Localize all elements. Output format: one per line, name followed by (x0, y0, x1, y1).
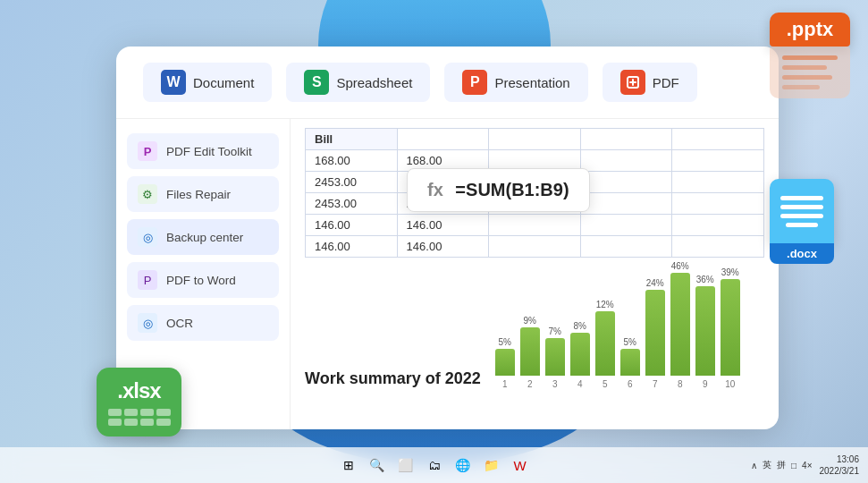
pptx-line-1 (782, 55, 838, 60)
bar-col-10: 39% (721, 267, 740, 376)
bar-9 (695, 286, 715, 376)
sidebar-pdf-toolkit-label: PDF Edit Toolkit (166, 145, 252, 158)
sidebar-item-ocr[interactable]: ◎ OCR (127, 305, 279, 341)
xlsx-badge-wrap: .xlsx (97, 368, 181, 436)
pptx-line-4 (782, 85, 820, 89)
sys-lang2: 拼 (777, 459, 786, 471)
pdf-button[interactable]: PDF (603, 63, 697, 102)
bar-col-3: 7% (545, 326, 565, 376)
bar-pct-8: 46% (671, 261, 689, 271)
xlsx-card: .xlsx (97, 368, 181, 436)
doc-icon: W (161, 70, 186, 95)
sheet-cell: 146.00 (397, 236, 489, 258)
taskbar-folder-icon[interactable]: 📁 (482, 455, 501, 475)
bar-chart: 5%9%7%8%12%5%24%46%36%39% 12345678910 (495, 268, 764, 389)
sidebar-item-pdf-to-word[interactable]: P PDF to Word (127, 262, 279, 298)
taskbar-file-icon[interactable]: 🗂 (425, 455, 444, 475)
bar-1 (495, 349, 515, 376)
x-label-8: 8 (670, 379, 690, 389)
taskbar-right: ∧ 英 拼 □ 4× 13:06 2022/3/21 (751, 453, 859, 477)
sheet-cell (672, 150, 764, 172)
bar-col-4: 8% (570, 321, 590, 376)
bar-col-5: 12% (595, 300, 615, 376)
pptx-badge-wrap: .pptx (770, 13, 850, 98)
sheet-cell: 2453.00 (306, 193, 398, 215)
taskbar-start-icon[interactable]: ⊞ (339, 455, 358, 475)
sidebar-item-pdf-toolkit[interactable]: P PDF Edit Toolkit (127, 133, 279, 169)
sys-display: □ (791, 461, 796, 470)
bar-pct-10: 39% (721, 267, 739, 277)
pdf-icon (620, 70, 645, 95)
xlsx-cell (108, 419, 122, 426)
bar-pct-3: 7% (549, 326, 561, 336)
bars-row: 5%9%7%8%12%5%24%46%36%39% (495, 268, 764, 376)
sheet-icon: S (304, 70, 329, 95)
sheet-cell (580, 193, 672, 215)
bar-col-9: 36% (695, 275, 715, 376)
bar-col-1: 5% (495, 337, 515, 376)
bar-10 (721, 279, 740, 376)
date-display: 2022/3/21 (820, 465, 860, 477)
files-repair-icon: ⚙ (138, 184, 157, 204)
sheet-cell: 146.00 (397, 215, 489, 236)
sheet-cell (489, 129, 581, 150)
sidebar-item-files-repair[interactable]: ⚙ Files Repair (127, 176, 279, 212)
xlsx-cell (156, 419, 170, 426)
sheet-button[interactable]: S Spreadsheet (286, 63, 430, 102)
xlsx-label: .xlsx (117, 378, 160, 403)
ppt-button[interactable]: P Presentation (444, 63, 587, 102)
backup-center-icon: ◎ (138, 227, 157, 247)
ocr-icon: ◎ (138, 313, 157, 333)
xlsx-grid (108, 409, 171, 426)
sheet-label: Spreadsheet (336, 75, 412, 90)
sheet-cell (489, 215, 581, 236)
bar-pct-5: 12% (596, 300, 614, 309)
sidebar-item-backup-center[interactable]: ◎ Backup center (127, 219, 279, 255)
sheet-cell (397, 129, 489, 150)
bar-2 (520, 327, 540, 376)
taskbar-search-icon[interactable]: 🔍 (367, 455, 387, 475)
taskbar-taskview-icon[interactable]: ⬜ (396, 455, 416, 475)
docx-line-4 (786, 223, 818, 227)
ppt-label: Presentation (494, 75, 569, 90)
sys-lang1: 英 (763, 459, 771, 471)
sidebar-files-repair-label: Files Repair (166, 188, 231, 201)
sheet-cell: 2453.00 (306, 172, 398, 193)
bar-5 (595, 311, 615, 376)
bar-pct-7: 24% (646, 278, 664, 288)
docx-line-1 (780, 196, 823, 200)
sheet-cell (672, 193, 764, 215)
x-label-10: 10 (721, 379, 740, 389)
sheet-cell (580, 150, 672, 172)
taskbar-browser-icon[interactable]: 🌐 (453, 455, 473, 475)
taskbar-app-icon[interactable]: W (510, 455, 530, 475)
docx-line-3 (780, 214, 823, 218)
chart-area: Work summary of 2022 5%9%7%8%12%5%24%46%… (305, 268, 764, 389)
doc-label: Document (193, 75, 254, 90)
sheet-cell (580, 215, 672, 236)
pdf-label: PDF (653, 75, 679, 90)
sheet-cell: 146.00 (306, 236, 398, 258)
time-display: 13:06 (820, 453, 860, 465)
taskbar: ⊞ 🔍 ⬜ 🗂 🌐 📁 W ∧ 英 拼 □ 4× 13:06 2022/3/21 (0, 447, 868, 483)
formula-value: =SUM(B1:B9) (455, 180, 569, 199)
docx-line-2 (780, 205, 823, 209)
x-axis: 12345678910 (495, 379, 764, 389)
main-card: W Document S Spreadsheet P Presentation … (116, 47, 779, 429)
docx-badge-wrap: .docx (770, 179, 834, 264)
bar-col-6: 5% (620, 337, 640, 376)
formula-bar: fx =SUM(B1:B9) (407, 168, 590, 212)
x-label-1: 1 (495, 379, 515, 389)
ppt-icon: P (462, 70, 487, 95)
xlsx-cell (156, 409, 170, 416)
sheet-cell (489, 236, 581, 258)
docx-label: .docx (770, 243, 834, 264)
xlsx-cell (124, 419, 138, 426)
bar-pct-9: 36% (696, 275, 714, 284)
bar-col-2: 9% (520, 316, 540, 376)
xlsx-cell (108, 409, 122, 416)
doc-button[interactable]: W Document (143, 63, 272, 102)
sheet-cell (580, 236, 672, 258)
sheet-cell: 146.00 (306, 215, 398, 236)
pptx-line-3 (782, 75, 832, 80)
